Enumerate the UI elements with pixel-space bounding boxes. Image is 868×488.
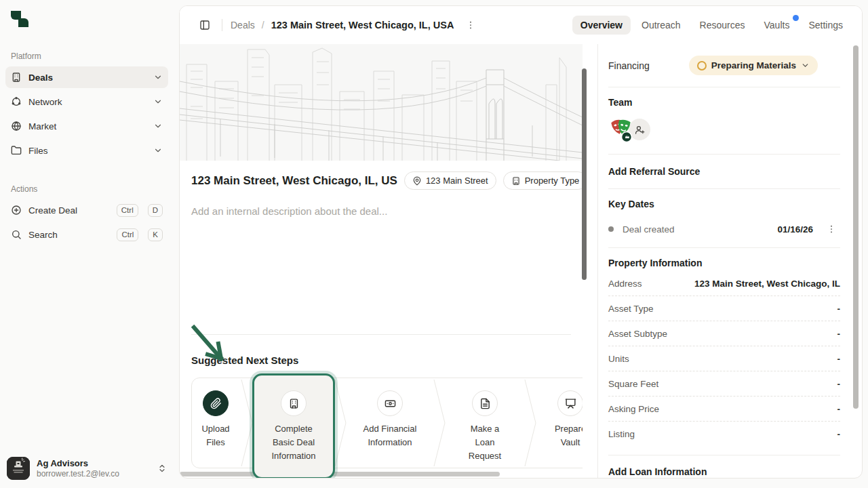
property-row-units[interactable]: Units - bbox=[608, 346, 840, 371]
bullet-dot-icon bbox=[608, 226, 614, 232]
deal-details-panel: Financing Preparing Materials Team bbox=[598, 44, 862, 478]
property-row-asking-price[interactable]: Asking Price - bbox=[608, 396, 840, 422]
financing-status-dropdown[interactable]: Preparing Materials bbox=[689, 56, 818, 75]
kbd-ctrl: Ctrl bbox=[117, 204, 138, 217]
team-member-avatar[interactable] bbox=[608, 116, 635, 143]
kbd-ctrl: Ctrl bbox=[117, 228, 138, 241]
status-ring-icon bbox=[697, 61, 707, 70]
description-input[interactable]: Add an internal description about the de… bbox=[191, 205, 387, 217]
user-name: Ag Advisors bbox=[37, 458, 151, 468]
platform-section-label: Platform bbox=[11, 52, 163, 61]
network-icon bbox=[11, 96, 22, 107]
step-complete-basic-deal-information[interactable]: Complete Basic Deal Information bbox=[254, 378, 333, 468]
step-add-financial-information[interactable]: Add Financial Information bbox=[348, 378, 432, 468]
sidebar-item-label: Files bbox=[28, 146, 48, 156]
kbd-k: K bbox=[148, 228, 163, 241]
brand-logo-icon[interactable] bbox=[11, 11, 28, 28]
property-row-listing[interactable]: Listing - bbox=[608, 422, 840, 447]
file-text-icon bbox=[472, 390, 498, 416]
financing-status-value: Preparing Materials bbox=[711, 60, 796, 70]
add-referral-source-button[interactable]: Add Referral Source bbox=[608, 155, 840, 189]
deal-tabs: Overview Outreach Resources Vaults Setti… bbox=[572, 16, 851, 35]
next-steps-heading: Suggested Next Steps bbox=[191, 354, 298, 366]
sidebar-item-label: Network bbox=[28, 97, 62, 107]
user-plus-icon bbox=[635, 125, 645, 135]
tab-outreach[interactable]: Outreach bbox=[633, 16, 689, 35]
avatar bbox=[7, 457, 30, 480]
horizontal-scrollbar-thumb[interactable] bbox=[180, 472, 500, 476]
chevron-down-icon bbox=[153, 97, 163, 106]
chevron-down-icon bbox=[153, 146, 163, 155]
presentation-icon bbox=[557, 390, 583, 416]
panel-scrollbar-thumb[interactable] bbox=[853, 45, 859, 409]
breadcrumb-separator: / bbox=[262, 20, 264, 30]
actions-section-label: Actions bbox=[11, 184, 163, 194]
building-icon bbox=[11, 72, 22, 83]
property-row-address[interactable]: Address 123 Main Street, West Chicago, I… bbox=[608, 271, 840, 296]
center-scrollbar-thumb[interactable] bbox=[582, 68, 587, 280]
chevron-down-icon bbox=[153, 73, 163, 82]
financing-label: Financing bbox=[608, 60, 650, 71]
sidebar-item-label: Market bbox=[28, 121, 56, 131]
create-deal-label: Create Deal bbox=[28, 205, 77, 216]
notification-dot bbox=[793, 15, 799, 21]
panel-left-icon bbox=[199, 20, 210, 30]
key-dates-section: Key Dates Deal created 01/16/26 bbox=[608, 189, 840, 248]
sidebar-item-files[interactable]: Files bbox=[5, 140, 168, 161]
section-divider bbox=[191, 334, 571, 335]
next-steps-strip: Upload Files Complete Basic Deal Informa… bbox=[191, 378, 583, 468]
key-dates-heading: Key Dates bbox=[608, 199, 840, 209]
user-email: borrower.test.2@lev.co bbox=[37, 469, 151, 479]
address-badge[interactable]: 123 Main Street bbox=[404, 171, 496, 190]
create-deal-button[interactable]: Create Deal Ctrl D bbox=[5, 199, 168, 221]
tab-overview[interactable]: Overview bbox=[572, 16, 631, 35]
deal-title-row: 123 Main Street, West Chicago, IL, US 12… bbox=[191, 171, 576, 190]
search-icon bbox=[11, 229, 22, 240]
tab-vaults[interactable]: Vaults bbox=[756, 16, 798, 35]
sidebar-item-deals[interactable]: Deals bbox=[5, 66, 168, 88]
page-header: Deals / 123 Main Street, West Chicago, I… bbox=[180, 6, 862, 44]
step-label: Upload Files bbox=[192, 422, 239, 449]
step-upload-files[interactable]: Upload Files bbox=[192, 378, 239, 468]
kebab-icon bbox=[465, 20, 476, 30]
key-date-menu-button[interactable] bbox=[823, 220, 840, 238]
team-heading: Team bbox=[608, 97, 840, 108]
step-separator bbox=[523, 378, 538, 468]
deal-menu-button[interactable] bbox=[462, 16, 479, 34]
property-type-badge[interactable]: Property Type bbox=[503, 171, 583, 190]
team-section: Team bbox=[608, 87, 840, 155]
sidebar-item-market[interactable]: Market bbox=[5, 115, 168, 137]
key-date-value: 01/16/26 bbox=[777, 224, 813, 235]
key-date-row: Deal created 01/16/26 bbox=[608, 220, 840, 238]
property-row-square-feet[interactable]: Square Feet - bbox=[608, 371, 840, 396]
breadcrumb-current: 123 Main Street, West Chicago, IL, USA bbox=[271, 20, 454, 30]
step-label: Make a Loan Request bbox=[463, 422, 507, 463]
breadcrumb-deals[interactable]: Deals bbox=[231, 20, 255, 30]
property-row-asset-subtype[interactable]: Asset Subtype - bbox=[608, 321, 840, 346]
key-date-label: Deal created bbox=[623, 224, 777, 235]
chevron-down-icon bbox=[801, 61, 810, 70]
sidebar-toggle-button[interactable] bbox=[196, 16, 214, 34]
folder-icon bbox=[11, 145, 22, 156]
building-icon bbox=[511, 176, 521, 186]
team-avatars bbox=[608, 116, 840, 143]
map-pin-icon bbox=[412, 176, 422, 186]
kebab-icon bbox=[826, 224, 837, 235]
globe-icon bbox=[11, 121, 22, 131]
banknote-icon bbox=[377, 390, 403, 416]
sidebar-item-network[interactable]: Network bbox=[5, 91, 168, 113]
property-row-asset-type[interactable]: Asset Type - bbox=[608, 296, 840, 321]
step-make-a-loan-request[interactable]: Make a Loan Request bbox=[447, 378, 523, 468]
step-prepare-vault[interactable]: Prepare Vault bbox=[538, 378, 583, 468]
chevron-down-icon bbox=[153, 121, 163, 131]
tab-resources[interactable]: Resources bbox=[692, 16, 753, 35]
deal-title: 123 Main Street, West Chicago, IL, US bbox=[191, 174, 397, 188]
circle-plus-icon bbox=[11, 205, 22, 216]
search-button[interactable]: Search Ctrl K bbox=[5, 224, 168, 245]
tab-settings[interactable]: Settings bbox=[800, 16, 851, 35]
add-loan-information-button[interactable]: Add Loan Information bbox=[608, 455, 840, 478]
step-label: Complete Basic Deal Information bbox=[264, 422, 323, 463]
property-information-heading: Property Information bbox=[608, 258, 840, 268]
account-switcher[interactable]: Ag Advisors borrower.test.2@lev.co bbox=[7, 457, 167, 480]
step-separator bbox=[333, 378, 348, 468]
